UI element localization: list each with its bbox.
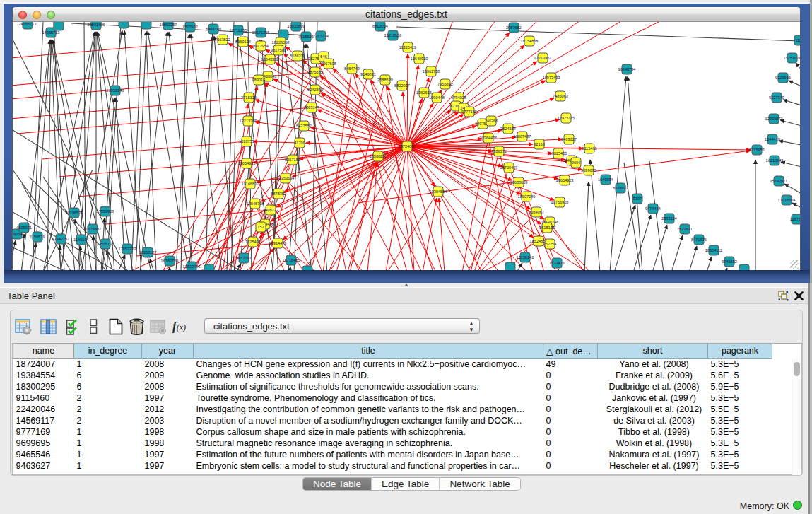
svg-text:18300295: 18300295 <box>370 154 387 158</box>
svg-text:16640910: 16640910 <box>411 57 428 61</box>
svg-text:16914479: 16914479 <box>269 241 287 245</box>
svg-text:1362615: 1362615 <box>416 90 432 95</box>
svg-text:1527602: 1527602 <box>182 25 198 29</box>
svg-text:19218506: 19218506 <box>384 33 402 37</box>
svg-text:41700: 41700 <box>294 141 305 145</box>
svg-text:1733426: 1733426 <box>549 261 565 265</box>
svg-text:8498222: 8498222 <box>263 208 278 212</box>
svg-text:9146821: 9146821 <box>360 72 376 76</box>
svg-text:12975115: 12975115 <box>558 116 575 120</box>
svg-text:8822037: 8822037 <box>394 83 410 88</box>
svg-text:9604: 9604 <box>572 160 580 165</box>
svg-text:7663822: 7663822 <box>215 37 230 42</box>
svg-text:17957223: 17957223 <box>119 247 136 251</box>
svg-text:9084067: 9084067 <box>529 210 544 214</box>
svg-text:17016504: 17016504 <box>778 198 796 202</box>
svg-text:7515526: 7515526 <box>298 35 314 39</box>
svg-text:20364436: 20364436 <box>480 136 498 140</box>
svg-text:15716485: 15716485 <box>283 258 300 262</box>
svg-text:12093872: 12093872 <box>765 117 783 121</box>
svg-text:10807487: 10807487 <box>514 134 531 139</box>
svg-text:12942757: 12942757 <box>52 237 70 241</box>
svg-text:3624554: 3624554 <box>500 127 516 131</box>
svg-text:19384554: 19384554 <box>430 189 447 194</box>
svg-text:7386372: 7386372 <box>491 149 507 153</box>
svg-text:10975887: 10975887 <box>84 227 102 231</box>
svg-text:9827500: 9827500 <box>271 48 286 52</box>
svg-text:9457791: 9457791 <box>236 256 252 260</box>
svg-text:24055713: 24055713 <box>19 22 37 26</box>
svg-text:9242848: 9242848 <box>307 88 323 92</box>
svg-text:10046708: 10046708 <box>247 201 264 206</box>
svg-text:19654925: 19654925 <box>238 161 256 165</box>
svg-text:10688609: 10688609 <box>510 180 528 185</box>
svg-text:15720407: 15720407 <box>500 165 518 170</box>
svg-text:8466160: 8466160 <box>206 27 221 31</box>
svg-text:20053346: 20053346 <box>107 88 124 93</box>
svg-text:9197: 9197 <box>633 197 642 201</box>
svg-text:18226058: 18226058 <box>272 40 290 45</box>
svg-text:989014: 989014 <box>252 78 266 82</box>
svg-text:12505135: 12505135 <box>97 242 114 246</box>
svg-text:8878352: 8878352 <box>271 192 286 196</box>
svg-text:26891406: 26891406 <box>88 23 105 27</box>
svg-text:1156819: 1156819 <box>30 235 45 239</box>
svg-text:7955812: 7955812 <box>437 82 453 86</box>
svg-text:1145194: 1145194 <box>73 238 88 242</box>
svg-text:1112: 1112 <box>795 38 800 42</box>
svg-text:20206576: 20206576 <box>66 211 83 215</box>
svg-text:7357224: 7357224 <box>313 34 329 38</box>
svg-text:16961758: 16961758 <box>423 69 440 74</box>
svg-text:12213389: 12213389 <box>240 119 257 123</box>
svg-text:2087682: 2087682 <box>506 25 522 30</box>
svg-text:62160: 62160 <box>534 142 545 146</box>
svg-text:9329966: 9329966 <box>775 76 791 80</box>
svg-text:10671355: 10671355 <box>252 30 270 35</box>
svg-text:10654112: 10654112 <box>705 248 722 252</box>
svg-text:10719155: 10719155 <box>230 28 247 33</box>
svg-text:546: 546 <box>320 54 326 59</box>
svg-text:18907249: 18907249 <box>518 194 536 199</box>
svg-text:2718126: 2718126 <box>241 95 257 100</box>
svg-text:18724007: 18724007 <box>399 144 416 148</box>
svg-text:15751074: 15751074 <box>784 56 800 60</box>
svg-text:157: 157 <box>257 225 264 229</box>
svg-text:2935114: 2935114 <box>661 216 676 221</box>
svg-text:16154808: 16154808 <box>521 39 539 43</box>
svg-text:10853257: 10853257 <box>160 23 177 27</box>
svg-text:10973493: 10973493 <box>543 76 560 80</box>
svg-text:16543382: 16543382 <box>261 57 279 62</box>
svg-text:1244419: 1244419 <box>765 137 780 141</box>
svg-text:1640954: 1640954 <box>598 177 613 182</box>
svg-text:1615132: 1615132 <box>539 226 555 230</box>
svg-text:19756928: 19756928 <box>551 200 569 204</box>
svg-text:8215955: 8215955 <box>749 148 765 152</box>
svg-text:8267150: 8267150 <box>285 158 300 162</box>
svg-text:1010755: 1010755 <box>239 139 254 144</box>
svg-text:7485063: 7485063 <box>553 94 568 98</box>
svg-text:14055713: 14055713 <box>42 30 60 35</box>
svg-text:10025458: 10025458 <box>550 151 567 156</box>
svg-text:12213967: 12213967 <box>534 56 552 60</box>
svg-text:9699695: 9699695 <box>581 168 596 173</box>
svg-text:16782759: 16782759 <box>161 259 179 263</box>
svg-text:8912954: 8912954 <box>253 44 269 48</box>
svg-text:12923446: 12923446 <box>183 264 201 269</box>
svg-text:19166827: 19166827 <box>242 182 259 186</box>
svg-text:9227349: 9227349 <box>769 95 784 100</box>
svg-text:8454749: 8454749 <box>344 66 360 71</box>
svg-text:15136141: 15136141 <box>517 255 534 259</box>
svg-text:2588520: 2588520 <box>377 78 393 82</box>
svg-text:9463627: 9463627 <box>561 137 577 141</box>
svg-text:9794028: 9794028 <box>451 95 466 100</box>
svg-text:116753: 116753 <box>790 217 800 221</box>
svg-text:16648794: 16648794 <box>618 67 636 71</box>
svg-text:16033809: 16033809 <box>288 24 305 28</box>
svg-text:17359928: 17359928 <box>97 209 114 214</box>
svg-text:16210643: 16210643 <box>766 158 784 163</box>
svg-text:19654923: 19654923 <box>556 178 574 182</box>
svg-text:15692971: 15692971 <box>770 179 788 183</box>
svg-text:10958187: 10958187 <box>139 250 157 255</box>
svg-text:8186328: 8186328 <box>290 54 305 58</box>
svg-text:3875685: 3875685 <box>307 70 323 74</box>
